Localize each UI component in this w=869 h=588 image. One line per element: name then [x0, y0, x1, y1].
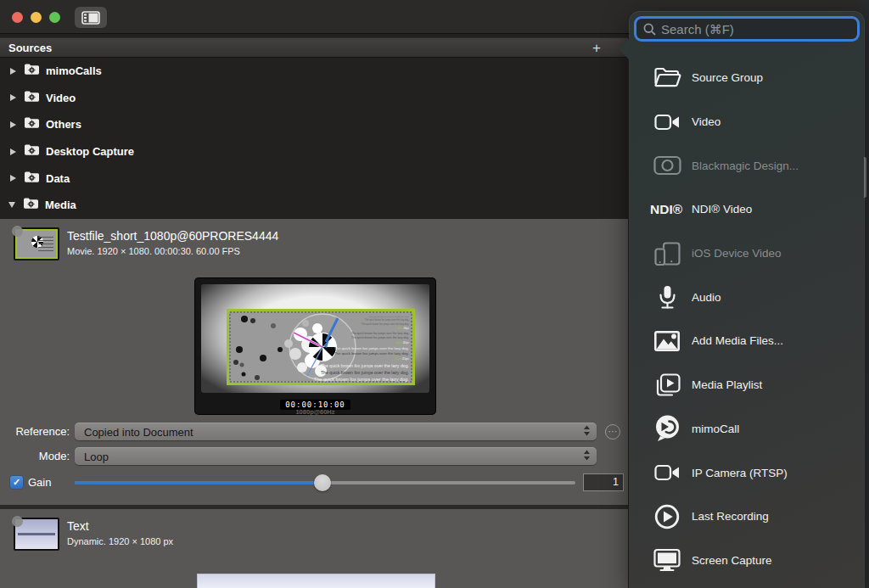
play-circle-icon [648, 504, 686, 529]
folder-gear-icon [24, 63, 40, 79]
preview-test-pattern: The quick brown fox jumps over the lazy … [227, 309, 415, 385]
mode-row: Mode: Loop [0, 447, 628, 466]
preview-bezel: The quick brown fox jumps over the lazy … [201, 284, 429, 393]
popover-item-audio[interactable]: Audio [630, 275, 864, 319]
toggle-sidebar-button[interactable] [75, 7, 107, 28]
popover-item-ios-device-video[interactable]: iOS Device Video [630, 232, 864, 276]
reference-dropdown[interactable]: Copied into Document [75, 423, 597, 440]
add-source-button[interactable]: + [589, 38, 604, 59]
text-item-row[interactable]: Text Dynamic. 1920 × 1080 px [14, 518, 173, 551]
popover-item-label: Media Playlist [692, 378, 762, 391]
minimize-button[interactable] [31, 12, 42, 23]
reference-dropdown-value: Copied into Document [84, 426, 583, 439]
popover-item-blackmagic-design[interactable]: Blackmagic Design... [630, 143, 864, 188]
sources-panel-title: Sources [8, 42, 52, 54]
capture-card-icon [648, 154, 686, 176]
mode-label: Mode: [0, 450, 70, 462]
media-item-row[interactable]: Testfile_short_1080p@60PRORES4444 Movie.… [14, 227, 278, 260]
add-source-popover: Source Group Video Blackmagic Design... … [630, 12, 864, 588]
close-button[interactable] [12, 12, 23, 23]
gain-checkbox[interactable]: ✓ [10, 476, 23, 489]
video-camera-icon [648, 462, 686, 483]
mode-dropdown[interactable]: Loop [75, 447, 597, 465]
folder-gear-icon [24, 90, 40, 106]
live-status-badge [12, 516, 23, 527]
text-item-preview-partial [197, 574, 435, 588]
popover-item-label: Video [692, 115, 720, 128]
popover-item-ndi-video[interactable]: NDI® NDI® Video [630, 188, 864, 232]
disclosure-triangle-icon[interactable] [8, 202, 15, 208]
popover-item-label: IP Camera (RTSP) [692, 467, 788, 479]
gain-slider[interactable] [75, 481, 575, 484]
svg-text:The quick brown fox jumps over: The quick brown fox jumps over the lazy … [321, 370, 409, 375]
disclosure-triangle-icon[interactable] [10, 68, 16, 75]
mode-dropdown-value: Loop [84, 451, 583, 463]
source-group-label: Video [46, 92, 76, 104]
source-group-row-others[interactable]: Others [0, 111, 628, 138]
popover-item-source-group[interactable]: Source Group [630, 56, 864, 100]
gain-value-field[interactable]: 1 [583, 473, 624, 491]
svg-text:The quick brown fox jumps over: The quick brown fox jumps over the lazy … [334, 346, 409, 350]
popover-item-last-recording[interactable]: Last Recording [630, 495, 864, 539]
video-camera-icon [648, 112, 686, 132]
svg-text:The quick brown fox jumps over: The quick brown fox jumps over the lazy … [314, 377, 410, 382]
popover-item-mimocall[interactable]: mimoCall [630, 407, 864, 451]
microphone-icon [648, 285, 686, 310]
folder-gear-icon [24, 143, 40, 160]
popover-item-label: Last Recording [692, 510, 769, 523]
chevron-up-down-icon [583, 449, 591, 464]
svg-text:The quick brown fox jumps over: The quick brown fox jumps over the lazy … [334, 351, 409, 356]
popover-item-label: iOS Device Video [692, 247, 782, 260]
media-item-panel: Testfile_short_1080p@60PRORES4444 Movie.… [0, 219, 628, 505]
search-field[interactable] [634, 16, 860, 42]
text-item-subtitle: Dynamic. 1920 × 1080 px [67, 536, 173, 546]
svg-text:The quick brown fox jumps over: The quick brown fox jumps over the lazy … [321, 363, 409, 368]
monitor-icon [648, 548, 686, 572]
folder-open-icon [648, 66, 686, 89]
source-group-row-mimocalls[interactable]: mimoCalls [0, 58, 628, 85]
source-group-row-media[interactable]: Media [0, 192, 628, 219]
popover-item-label: Audio [692, 291, 721, 304]
gain-row: ✓ Gain 1 [0, 476, 628, 493]
disclosure-triangle-icon[interactable] [10, 121, 16, 128]
svg-text:The quick brown fox jumps over: The quick brown fox jumps over the lazy … [368, 316, 409, 318]
source-group-row-video[interactable]: Video [0, 85, 628, 112]
zoom-button[interactable] [49, 12, 60, 23]
preview-caption: 1080p@60Hz [195, 408, 435, 416]
search-icon [643, 23, 656, 36]
gain-slider-thumb[interactable] [314, 474, 331, 491]
popover-item-label: Source Group [692, 71, 763, 84]
text-item-title: Text [67, 519, 173, 533]
popover-item-label: Add Media Files... [692, 334, 783, 347]
svg-text:The quick brown fox jumps over: The quick brown fox jumps over the lazy … [351, 332, 409, 335]
disclosure-triangle-icon[interactable] [10, 94, 16, 101]
chevron-up-down-icon [583, 424, 591, 440]
source-group-label: mimoCalls [46, 64, 102, 77]
svg-text:The quick brown fox jumps over: The quick brown fox jumps over the lazy … [365, 318, 409, 322]
popover-item-ip-camera-rtsp[interactable]: IP Camera (RTSP) [630, 451, 864, 495]
svg-text:The quick brown fox jumps over: The quick brown fox jumps over the lazy … [351, 336, 409, 339]
reference-options-button[interactable]: ⋯ [605, 424, 620, 440]
ndi-text-icon: NDI® [650, 202, 686, 217]
source-group-row-desktop-capture[interactable]: Desktop Capture [0, 138, 628, 165]
source-group-label: Others [46, 118, 81, 131]
popover-item-screen-capture[interactable]: Screen Capture [630, 539, 864, 583]
popover-item-video[interactable]: Video [630, 100, 864, 144]
popover-item-media-playlist[interactable]: Media Playlist [630, 363, 864, 407]
source-group-row-data[interactable]: Data [0, 165, 628, 192]
popover-item-label: Screen Capture [692, 554, 772, 567]
disclosure-triangle-icon[interactable] [10, 175, 16, 182]
popover-item-add-media-files[interactable]: Add Media Files... [630, 319, 864, 363]
folder-gear-icon [24, 116, 40, 132]
disclosure-triangle-icon[interactable] [10, 148, 16, 155]
search-input[interactable] [661, 22, 857, 36]
popover-item-label: mimoCall [692, 423, 739, 435]
sources-panel-header: Sources + [0, 37, 628, 58]
popover-item-label: NDI® Video [692, 203, 752, 216]
gain-label: Gain [28, 476, 51, 489]
source-group-label: Data [46, 172, 70, 185]
reference-label: Reference: [0, 425, 70, 438]
ios-devices-icon [648, 242, 686, 266]
live-status-badge [12, 226, 23, 237]
source-group-label: Media [45, 199, 76, 211]
